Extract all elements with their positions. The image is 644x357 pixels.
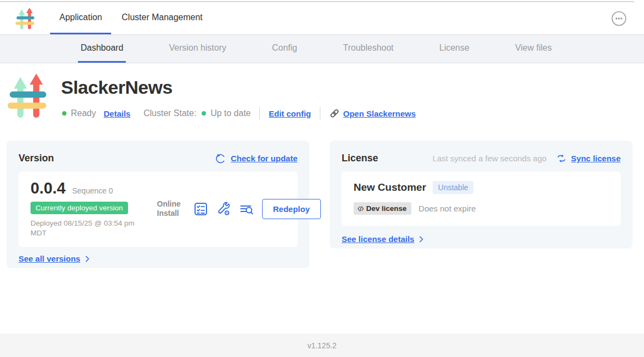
check-update-refresh-icon	[215, 153, 226, 164]
deployed-badge: Currently deployed version	[31, 202, 128, 214]
license-card-title: License	[342, 153, 378, 164]
license-card: License Last synced a few seconds ago Sy…	[330, 141, 633, 249]
cluster-state-dot	[202, 111, 206, 116]
subnav-config[interactable]: Config	[269, 35, 300, 63]
app-logo-large	[8, 73, 49, 121]
license-expiry: Does not expire	[418, 204, 476, 213]
license-detail-panel: New Customer Unstable Dev license Does n…	[342, 172, 621, 226]
cluster-state-label: Cluster State:	[143, 108, 196, 118]
edit-config-wrench-icon[interactable]	[216, 202, 231, 216]
app-logo-small	[15, 8, 36, 31]
console-version: v1.125.2	[307, 341, 337, 350]
current-version-panel: 0.0.4 Sequence 0 Currently deployed vers…	[19, 172, 297, 247]
status-details-link[interactable]: Details	[104, 109, 130, 118]
license-type-badge: Dev license	[354, 202, 411, 215]
license-type-text: Dev license	[366, 204, 406, 213]
divider	[320, 107, 320, 120]
subnav-license[interactable]: License	[436, 35, 472, 63]
cluster-state-text: Up to date	[210, 108, 251, 118]
subnav-troubleshoot-label: Troubleshoot	[343, 43, 393, 53]
view-diff-icon[interactable]	[239, 202, 254, 216]
preflight-checks-icon[interactable]	[193, 202, 208, 216]
version-sequence: Sequence 0	[72, 186, 113, 195]
see-license-details-row[interactable]: See license details	[342, 234, 621, 244]
chevron-right-icon	[417, 235, 426, 244]
customer-name: New Customer	[354, 181, 426, 193]
tab-cluster-management-label: Cluster Management	[121, 13, 203, 22]
redeploy-button[interactable]: Redeploy	[262, 199, 321, 219]
top-header: Application Cluster Management	[0, 2, 644, 34]
sync-license-link[interactable]: Sync license	[571, 154, 621, 163]
subnav-dashboard-label: Dashboard	[81, 43, 123, 53]
code-brackets-icon	[357, 205, 364, 213]
subnav-troubleshoot[interactable]: Troubleshoot	[340, 35, 396, 63]
tab-application[interactable]: Application	[50, 2, 111, 34]
console-footer: v1.125.2	[0, 334, 644, 357]
see-all-versions-row[interactable]: See all versions	[19, 254, 297, 263]
app-status-row: Ready Details Cluster State: Up to date …	[62, 107, 416, 120]
subnav-dashboard[interactable]: Dashboard	[78, 35, 126, 63]
last-synced-text: Last synced a few seconds ago	[433, 154, 546, 163]
open-app-group[interactable]: Open Slackernews	[329, 108, 416, 119]
edit-config-link[interactable]: Edit config	[269, 109, 311, 118]
subnav-version-history[interactable]: Version history	[166, 35, 229, 63]
version-card-title: Version	[19, 153, 54, 164]
divider	[259, 107, 260, 120]
subnav-license-label: License	[439, 43, 469, 53]
version-number: 0.0.4	[31, 179, 66, 197]
subnav-view-files[interactable]: View files	[512, 35, 554, 63]
more-menu-icon[interactable]	[611, 11, 627, 26]
deployed-timestamp: Deployed 08/15/25 @ 03:54 pm MDT	[31, 219, 148, 238]
tab-application-label: Application	[59, 13, 102, 22]
see-all-versions-link[interactable]: See all versions	[19, 254, 80, 263]
sync-icon	[556, 153, 567, 164]
open-app-link[interactable]: Open Slackernews	[343, 109, 416, 118]
chain-link-icon	[329, 108, 340, 119]
install-type-label: Online Install	[157, 199, 185, 219]
tab-cluster-management[interactable]: Cluster Management	[112, 2, 212, 34]
app-status-dot	[62, 111, 66, 116]
channel-badge: Unstable	[433, 181, 473, 194]
subnav-view-files-label: View files	[515, 43, 551, 53]
chevron-right-icon	[83, 255, 92, 263]
main-tabs: Application Cluster Management	[50, 2, 213, 34]
page-title: SlackerNews	[61, 77, 172, 98]
see-license-details-link[interactable]: See license details	[342, 234, 414, 244]
check-update-link[interactable]: Check for update	[230, 154, 297, 163]
subnav-version-history-label: Version history	[169, 43, 226, 53]
subnav-config-label: Config	[272, 43, 297, 53]
check-update-group[interactable]: Check for update	[215, 153, 297, 164]
app-subnav: Dashboard Version history Config Trouble…	[0, 34, 644, 63]
version-card: Version Check for update 0.0.4 Sequence …	[7, 141, 309, 268]
app-status-text: Ready	[71, 108, 96, 118]
